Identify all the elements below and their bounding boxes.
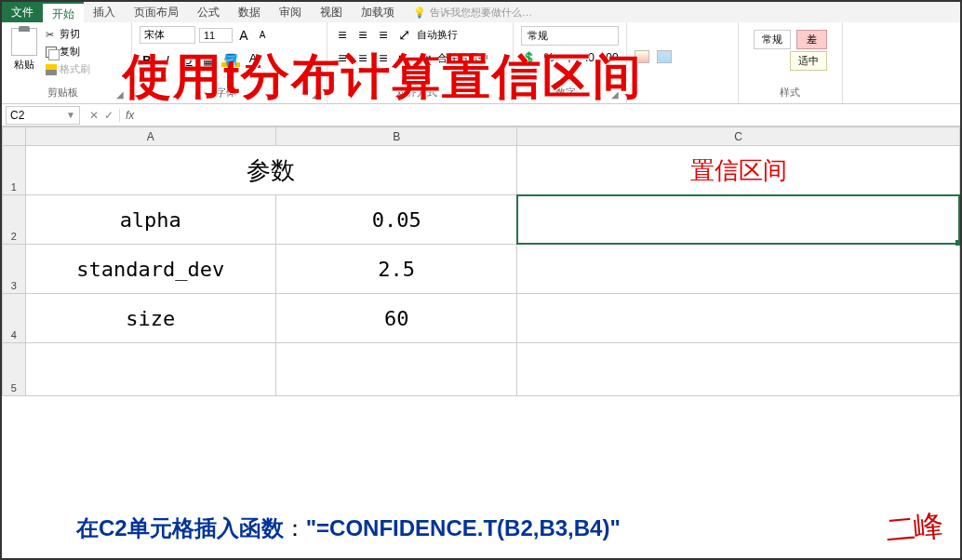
tab-addins[interactable]: 加载项 (352, 2, 404, 22)
tab-data[interactable]: 数据 (229, 2, 270, 22)
cell-A1B1[interactable]: 参数 (25, 145, 518, 195)
font-size-dropdown[interactable]: 11 (199, 28, 233, 43)
format-painter-button[interactable]: 格式刷 (43, 61, 93, 77)
cell-A4[interactable]: size (25, 293, 277, 343)
signature: 二峰 (884, 505, 943, 551)
chevron-down-icon[interactable]: ▼ (66, 110, 75, 120)
styles-group: 常规 差 适中 样式 (739, 22, 843, 103)
cancel-formula-icon[interactable]: ✕ (89, 109, 99, 122)
clipboard-group-label: 剪贴板 (9, 84, 116, 100)
cell-B3[interactable]: 2.5 (275, 244, 517, 294)
cell-style-bad[interactable]: 差 (796, 30, 827, 49)
menu-tabs: 文件 开始 插入 页面布局 公式 数据 审阅 视图 加载项 💡 告诉我您想要做什… (2, 2, 960, 22)
column-header-B[interactable]: B (276, 127, 517, 146)
spreadsheet-grid: A B C 1 参数 置信区间 2 alpha 0.05 3 standard_… (2, 127, 960, 396)
empty-group-label (635, 87, 730, 100)
cell-style-normal[interactable]: 常规 (754, 30, 791, 49)
cut-button[interactable]: ✂ 剪切 (43, 26, 93, 42)
cell-C3[interactable] (516, 244, 960, 294)
cell-B5[interactable] (275, 342, 517, 396)
row-header-2[interactable]: 2 (3, 195, 26, 245)
cell-C4[interactable] (516, 293, 960, 343)
tab-page-layout[interactable]: 页面布局 (125, 2, 188, 22)
copy-icon (46, 47, 57, 58)
tab-insert[interactable]: 插入 (84, 2, 125, 22)
orientation-icon[interactable]: ⤢ (396, 26, 411, 44)
clipboard-icon (11, 28, 37, 56)
select-all-corner[interactable] (3, 127, 26, 146)
instruction-text: 在C2单元格插入函数："=CONFIDENCE.T(B2,B3,B4)" (76, 513, 621, 543)
align-bottom-icon[interactable]: ≡ (376, 27, 391, 44)
column-header-A[interactable]: A (25, 127, 276, 146)
name-box[interactable]: C2 ▼ (6, 106, 80, 125)
format-as-table-button[interactable] (657, 50, 672, 63)
row-header-1[interactable]: 1 (3, 146, 26, 195)
cell-C5[interactable] (516, 342, 960, 396)
row-header-5[interactable]: 5 (3, 343, 26, 396)
row-header-3[interactable]: 3 (3, 245, 26, 294)
styles-group-label: 样式 (746, 84, 835, 100)
fx-icon[interactable]: fx (120, 109, 140, 122)
ribbon: 使用t分布计算置信区间 粘贴 ✂ 剪切 复制 格式刷 (2, 22, 960, 104)
column-header-C[interactable]: C (517, 127, 960, 146)
clipboard-group: 粘贴 ✂ 剪切 复制 格式刷 剪贴板 ◢ (2, 22, 132, 103)
tell-me-hint[interactable]: 💡 告诉我您想要做什么… (404, 2, 541, 22)
wrap-text-button[interactable]: 自动换行 (417, 28, 458, 42)
tab-view[interactable]: 视图 (311, 2, 352, 22)
cell-A3[interactable]: standard_dev (25, 244, 277, 294)
copy-button[interactable]: 复制 (43, 44, 93, 60)
tab-review[interactable]: 审阅 (270, 2, 311, 22)
cell-B2[interactable]: 0.05 (275, 194, 517, 245)
paste-button[interactable]: 粘贴 (9, 26, 39, 84)
row-header-4[interactable]: 4 (3, 294, 26, 343)
table-format-icon (657, 50, 672, 63)
brush-icon (46, 64, 57, 75)
overlay-title: 使用t分布计算置信区间 (123, 45, 643, 110)
align-middle-icon[interactable]: ≡ (355, 27, 370, 44)
conditional-format-group (627, 22, 739, 103)
decrease-font-icon[interactable]: A (255, 30, 270, 40)
lightbulb-icon: 💡 (413, 7, 426, 19)
scissors-icon: ✂ (46, 29, 57, 40)
tab-formulas[interactable]: 公式 (188, 2, 229, 22)
number-format-dropdown[interactable]: 常规 (521, 26, 619, 46)
cell-style-moderate[interactable]: 适中 (790, 51, 827, 71)
cell-A2[interactable]: alpha (25, 194, 277, 245)
tab-home[interactable]: 开始 (43, 2, 84, 22)
font-name-dropdown[interactable]: 宋体 (140, 26, 195, 44)
align-top-icon[interactable]: ≡ (335, 27, 350, 44)
cell-A5[interactable] (25, 342, 277, 396)
increase-font-icon[interactable]: A (236, 28, 251, 43)
cell-B4[interactable]: 60 (275, 293, 517, 343)
cell-C2[interactable] (516, 194, 960, 245)
tab-file[interactable]: 文件 (2, 2, 43, 22)
cell-C1[interactable]: 置信区间 (516, 145, 960, 195)
accept-formula-icon[interactable]: ✓ (104, 109, 114, 122)
